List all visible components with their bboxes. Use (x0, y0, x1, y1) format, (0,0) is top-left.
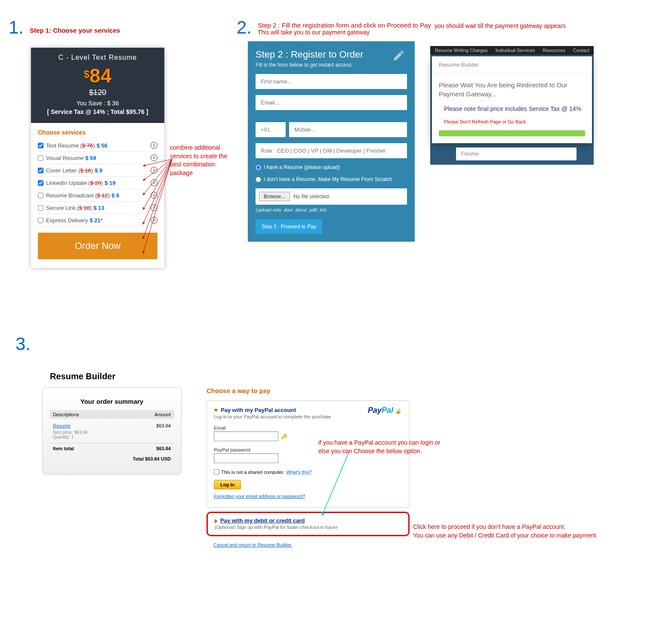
cancel-link[interactable]: Cancel and return to Resume Builder. (213, 542, 292, 547)
country-code-input[interactable] (256, 122, 286, 137)
cc-heading[interactable]: Pay with my debit or credit card (220, 517, 305, 524)
order-summary-card: Your order summary DescriptionsAmount Re… (42, 387, 182, 475)
info-icon[interactable]: i (151, 217, 157, 224)
item-total: $63.84 (156, 446, 171, 451)
chevron-right-icon (215, 519, 218, 523)
no-file-label: No file selected. (293, 194, 330, 200)
col-desc: Descriptions (53, 412, 79, 417)
product-title: C - Level Text Resume (35, 54, 160, 61)
pricing-card: C - Level Text Resume $84 $120 You Save … (31, 48, 164, 268)
service-row[interactable]: Cover Letter ( $ 16 ) $ 9i (38, 164, 157, 177)
order-now-button[interactable]: Order Now (38, 233, 157, 259)
info-icon[interactable]: i (151, 154, 157, 161)
resume-builder-title: Resume Builder (50, 372, 115, 381)
step2-number: 2. (237, 17, 252, 38)
cc-sub: (Optional) Sign up with PayPal for faste… (215, 525, 401, 530)
paypal-logo: PayPal🔒 (368, 406, 401, 415)
info-icon[interactable]: i (151, 192, 157, 199)
service-row[interactable]: Text Resume ( $ 76 ) $ 56i (38, 139, 157, 152)
cc-note-1: Click here to proceed if you don't have … (413, 523, 602, 531)
pencil-icon (392, 49, 405, 62)
fresher-field: Fresher (456, 147, 576, 160)
register-sub: Fill in the form below to get instant ac… (256, 62, 407, 68)
first-name-input[interactable] (256, 74, 407, 89)
info-icon[interactable]: i (151, 204, 157, 211)
info-icon[interactable]: i (151, 167, 157, 174)
tax-note: Please note final price includes Service… (444, 105, 585, 112)
upload-note: (upload only .doc/ .docx/ .pdf/ .txt) (256, 207, 407, 212)
item-price: Item price: $63.84 (49, 430, 174, 435)
price: $84 (35, 64, 160, 87)
item-qty: Quantity: 1 (49, 435, 174, 439)
service-row[interactable]: LinkedIn Update ( $ 28 ) $ 19i (38, 177, 157, 189)
choose-services-title: Choose services (38, 129, 157, 136)
shared-computer-checkbox[interactable]: This is not a shared computer. What's th… (214, 469, 402, 475)
service-row[interactable]: Express Delivery $ 21 *i (38, 214, 157, 227)
info-icon[interactable]: i (151, 142, 157, 149)
service-row[interactable]: Visual Resume $ 59i (38, 152, 157, 164)
paypal-password-input[interactable] (214, 453, 278, 463)
proceed-to-pay-button[interactable]: Step 3 : Proceed to Pay (256, 219, 322, 234)
nav-item[interactable]: Individual Services (496, 48, 535, 53)
progress-bar (439, 130, 585, 136)
email-label: Email (214, 425, 402, 430)
wait-label: you should wait till the payment gateway… (435, 22, 566, 29)
pricing-header: C - Level Text Resume $84 $120 You Save … (31, 48, 164, 123)
old-price: $120 (35, 88, 160, 97)
service-checkbox[interactable] (38, 155, 43, 161)
service-checkbox[interactable] (38, 205, 43, 211)
role-input[interactable] (256, 143, 407, 158)
nav-item[interactable]: Contact (573, 48, 589, 53)
modal-title: Resume Builder (432, 56, 592, 74)
register-form: Step 2 : Register to Order Fill in the f… (248, 41, 415, 242)
top-nav: Resume Writing Charges Individual Servic… (430, 46, 594, 55)
paypal-login-note: if you have a PayPal account you can log… (318, 439, 447, 455)
info-icon[interactable]: i (151, 179, 157, 186)
service-checkbox[interactable] (38, 218, 43, 223)
service-checkbox[interactable] (38, 168, 43, 173)
mobile-input[interactable] (289, 122, 407, 137)
credit-card-box[interactable]: Pay with my debit or credit card (Option… (207, 512, 410, 536)
order-summary-title: Your order summary (49, 398, 174, 405)
have-resume-radio[interactable]: I have a Resume (please upload) (256, 164, 407, 170)
login-button[interactable]: Log In (214, 480, 241, 489)
please-wait-text: Please Wait You Are being Redirected to … (439, 80, 585, 98)
forgot-link[interactable]: Forgotten your email address or password… (214, 494, 305, 499)
paypal-heading[interactable]: Pay with my PayPal account (221, 407, 296, 413)
file-upload[interactable]: Browse... No file selected. (256, 188, 407, 205)
service-checkbox[interactable] (38, 143, 43, 148)
redirect-panel: Resume Writing Charges Individual Servic… (430, 46, 594, 165)
step1-number: 1. (9, 17, 24, 38)
step2-label-1: Step 2 : Fill the registration form and … (258, 22, 431, 29)
no-resume-radio[interactable]: I don't have a Resume. Make My Resume Fr… (256, 176, 407, 182)
cc-note-2: You can use any Debit / Credit Card of y… (413, 531, 602, 540)
dont-refresh-warn: Please Don't Refresh Page or Go Back (444, 119, 585, 124)
nav-item[interactable]: Resources (543, 48, 566, 53)
step3-number: 3. (15, 334, 31, 354)
email-input[interactable] (256, 95, 407, 110)
combine-note: combine additional services to create th… (170, 144, 239, 177)
item-total-label: Item total (53, 446, 74, 451)
item-name[interactable]: Resume (53, 423, 71, 428)
chevron-down-icon (214, 409, 218, 412)
step1-label: Step 1: Choose your services (30, 27, 120, 34)
browse-button[interactable]: Browse... (259, 192, 290, 201)
service-tax: [ Service Tax @ 14% ; Total $95.76 ] (35, 108, 160, 115)
nav-item[interactable]: Resume Writing Charges (435, 48, 488, 53)
redirect-modal: Resume Builder Please Wait You Are being… (432, 56, 592, 143)
you-save: You Save : $ 36 (35, 100, 160, 107)
service-checkbox[interactable] (38, 193, 43, 198)
step2-label-2: This will take you to our payment gatewa… (258, 29, 431, 36)
key-icon: 🔑 (281, 433, 287, 439)
payment-panel: Choose a way to pay PayPal🔒 Pay with my … (207, 387, 410, 548)
service-checkbox[interactable] (38, 180, 43, 186)
register-title: Step 2 : Register to Order (256, 49, 407, 60)
choose-pay-title: Choose a way to pay (207, 387, 410, 394)
col-amount: Amount (154, 412, 171, 417)
service-row[interactable]: Secure Link ( $ 18 ) $ 13i (38, 202, 157, 214)
whats-this-link[interactable]: What's this? (286, 470, 312, 475)
lock-icon: 🔒 (395, 408, 401, 414)
service-row[interactable]: Resume Broadcast ( $ 12)$ 8i (38, 189, 157, 202)
paypal-email-input[interactable] (214, 431, 278, 441)
grand-total: Total $63.84 USD (49, 454, 174, 464)
